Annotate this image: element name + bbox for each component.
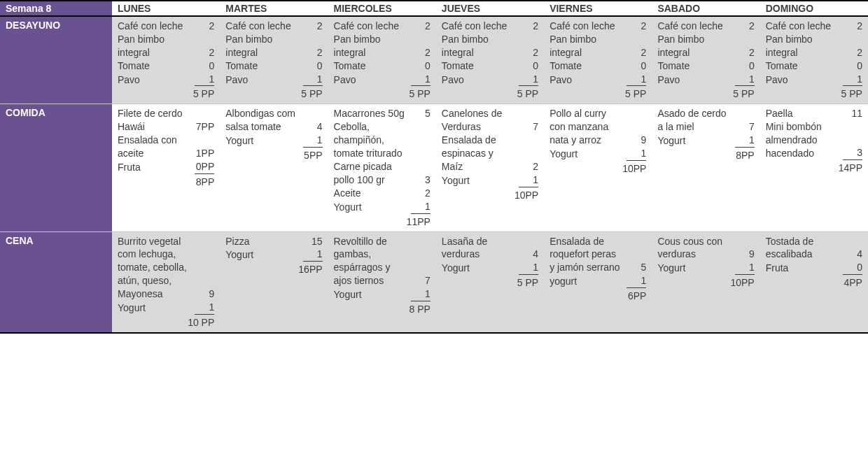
- food-item: Pavo1: [442, 73, 538, 87]
- cell-total: 8 PP: [334, 303, 430, 315]
- food-item: Asado de cerdo a la miel7: [657, 107, 754, 134]
- meal-cell: Café con leche2Pan bimbo integral2Tomate…: [760, 17, 868, 104]
- food-item: Yogurt1: [442, 261, 538, 275]
- food-name: Asado de cerdo a la miel: [657, 107, 734, 134]
- food-name: Pavo: [442, 73, 519, 87]
- food-points: 2: [843, 46, 862, 59]
- food-points: 2: [519, 160, 538, 173]
- day-header: LUNES: [112, 1, 220, 15]
- food-points: 2: [626, 20, 646, 33]
- food-points: 1: [735, 261, 755, 275]
- meal-cell: Café con leche2Pan bimbo integral2Tomate…: [220, 17, 328, 104]
- food-points: 0PP: [195, 160, 214, 174]
- food-points: 7: [735, 120, 755, 134]
- meal-cell: Pollo al curry con manzana nata y arroz9…: [544, 104, 652, 231]
- food-name: Tomate: [766, 59, 843, 73]
- cell-total: 10PP: [657, 276, 754, 288]
- food-points: 3: [843, 146, 862, 160]
- meal-row: COMIDAFilete de cerdo Hawái7PPEnsalada c…: [0, 104, 868, 231]
- food-points: 1: [843, 73, 862, 87]
- food-points: 2: [411, 20, 430, 33]
- food-item: Ensalada de espinacas y Maíz2: [442, 134, 538, 173]
- food-points: 1: [411, 73, 430, 87]
- food-name: Paella: [766, 107, 843, 120]
- meal-cell: Asado de cerdo a la miel7Yogurt18PP: [652, 104, 760, 231]
- food-item: Yogurt1: [334, 200, 430, 214]
- food-item: Revoltillo de gambas, espárragos y ajos …: [334, 235, 430, 288]
- food-name: Pizza: [225, 235, 302, 248]
- meal-cell: Albondigas com salsa tomate4Yogurt15PP: [220, 104, 328, 231]
- food-item: Pavo1: [550, 73, 646, 87]
- food-name: Macarrones 50g: [334, 107, 411, 120]
- food-item: Albondigas com salsa tomate4: [225, 107, 322, 134]
- food-item: Café con leche2: [550, 20, 646, 33]
- food-item: Yogurt1: [225, 248, 322, 262]
- food-item: Tomate0: [657, 59, 754, 73]
- food-points: 1: [411, 287, 430, 301]
- food-name: Café con leche: [225, 20, 302, 33]
- food-name: Tomate: [118, 59, 195, 73]
- food-name: Pan bimbo integral: [657, 33, 734, 59]
- food-item: Yogurt1: [334, 287, 430, 301]
- food-name: yogurt: [550, 275, 626, 288]
- cell-total: 5 PP: [657, 87, 754, 99]
- food-name: Café con leche: [657, 20, 734, 33]
- food-item: Yogurt1: [225, 134, 322, 148]
- food-points: 15: [303, 235, 323, 248]
- food-item: Canelones de Verduras7: [442, 107, 538, 134]
- food-name: Cebolla, champiñón, tomate triturado: [334, 120, 411, 160]
- food-points: 5: [411, 107, 430, 120]
- food-item: Burrito vegetal com lechuga, tomate, ceb…: [118, 235, 214, 301]
- day-header: JUEVES: [436, 1, 544, 15]
- food-points: 2: [519, 46, 538, 59]
- food-points: 1: [519, 73, 538, 87]
- food-item: Fruta0: [766, 261, 862, 275]
- meal-row: DESAYUNOCafé con leche2Pan bimbo integra…: [0, 17, 868, 104]
- food-points: 0: [735, 59, 755, 73]
- cell-total: 8PP: [657, 149, 754, 161]
- cell-total: 5 PP: [442, 276, 538, 288]
- food-item: Yogurt1: [657, 134, 754, 148]
- food-item: Lasaña de verduras4: [442, 235, 538, 262]
- food-points: 1PP: [195, 147, 214, 160]
- food-item: Pavo1: [657, 73, 754, 87]
- food-item: Tomate0: [225, 59, 322, 73]
- food-name: Yogurt: [442, 174, 519, 187]
- food-points: 2: [519, 20, 538, 33]
- meal-cell: Pizza15Yogurt116PP: [220, 232, 328, 332]
- food-points: 7: [519, 120, 538, 134]
- cell-total: 10PP: [442, 189, 538, 201]
- food-points: 2: [843, 20, 862, 33]
- food-item: Yogurt1: [442, 173, 538, 187]
- meal-cell: Café con leche2Pan bimbo integral2Tomate…: [112, 17, 220, 104]
- cell-total: 5 PP: [550, 87, 646, 99]
- food-item: Tomate0: [442, 59, 538, 73]
- meal-label: CENA: [0, 232, 112, 332]
- food-name: Carne picada pollo 100 gr: [334, 160, 411, 187]
- food-name: Filete de cerdo Hawái: [118, 107, 195, 134]
- food-item: Aceite2: [334, 187, 430, 200]
- meal-cell: Café con leche2Pan bimbo integral2Tomate…: [652, 17, 760, 104]
- food-points: 0: [626, 59, 646, 73]
- food-points: 0: [303, 59, 323, 73]
- food-points: 1: [519, 261, 538, 275]
- cell-total: 5 PP: [118, 87, 214, 99]
- meal-cell: Filete de cerdo Hawái7PPEnsalada con ace…: [112, 104, 220, 231]
- food-item: yogurt1: [550, 274, 646, 288]
- food-name: Pavo: [657, 73, 734, 87]
- food-points: 1: [626, 73, 646, 87]
- food-name: Tomate: [225, 59, 302, 73]
- food-name: Pavo: [118, 73, 195, 87]
- food-name: Ensalada de roquefort peras y jamón serr…: [550, 235, 626, 275]
- food-points: 1: [303, 73, 323, 87]
- day-header: SABADO: [652, 1, 760, 15]
- food-item: Pan bimbo integral2: [550, 33, 646, 59]
- food-name: Pavo: [334, 73, 411, 87]
- food-name: Aceite: [334, 187, 411, 200]
- meal-cell: Café con leche2Pan bimbo integral2Tomate…: [544, 17, 652, 104]
- food-name: Yogurt: [657, 262, 734, 275]
- cell-total: 5 PP: [766, 87, 862, 99]
- food-item: Filete de cerdo Hawái7PP: [118, 107, 214, 134]
- meal-row: CENABurrito vegetal com lechuga, tomate,…: [0, 232, 868, 332]
- cell-total: 5 PP: [442, 87, 538, 99]
